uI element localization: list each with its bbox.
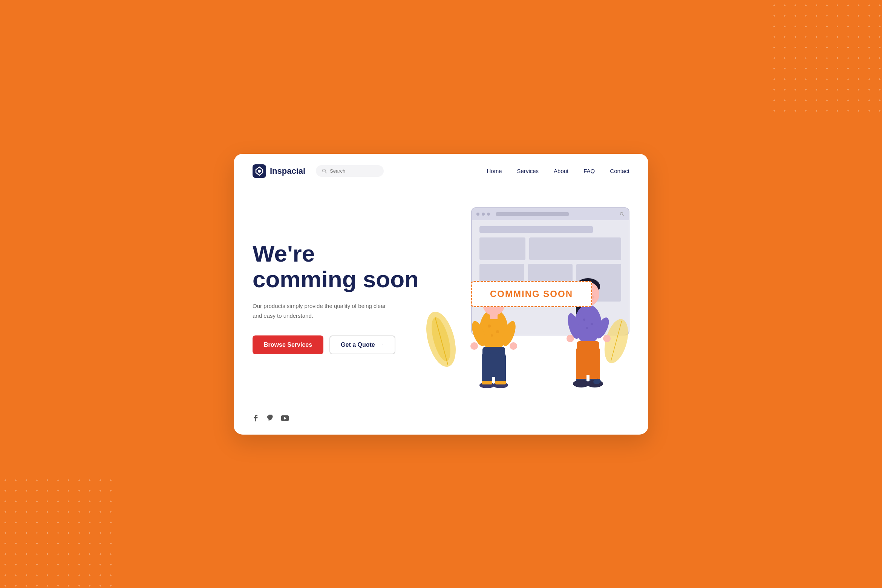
svg-point-24 [470,342,478,350]
nav-home[interactable]: Home [487,168,502,174]
logo[interactable]: Inspacial [253,164,305,178]
browse-services-button[interactable]: Browse Services [253,335,323,354]
headline: We're comming soon [253,241,433,292]
button-group: Browse Services Get a Quote → [253,335,433,354]
coming-soon-banner: COMMING SOON [471,281,592,307]
brand-name: Inspacial [270,166,305,176]
character-right [550,249,626,392]
svg-point-46 [567,335,574,342]
svg-point-41 [583,318,585,321]
search-input[interactable] [330,168,375,174]
main-card: Inspacial Home Services About FAQ Contac… [234,154,648,435]
svg-line-3 [325,172,327,173]
nav-links: Home Services About FAQ Contact [487,168,629,174]
nav-services[interactable]: Services [517,168,539,174]
svg-point-25 [510,342,517,350]
logo-icon [253,164,266,178]
svg-line-8 [623,214,624,216]
search-bar[interactable] [316,165,384,177]
browser-dot-3 [487,213,490,216]
browser-dot-2 [482,213,485,216]
browser-search-icon [620,212,624,216]
left-section: We're comming soon Our products simply p… [253,241,433,354]
right-section: COMMING SOON [433,204,629,392]
youtube-icon[interactable] [281,415,289,423]
svg-rect-32 [495,381,506,384]
nav-faq[interactable]: FAQ [583,168,595,174]
svg-rect-31 [482,381,492,384]
svg-point-12 [488,325,491,328]
footer-social [234,407,648,435]
subtext: Our products simply provide the quality … [253,301,388,320]
browser-bar [472,208,629,220]
main-content: We're comming soon Our products simply p… [234,188,648,407]
facebook-icon[interactable] [253,415,259,423]
svg-point-43 [586,327,588,329]
character-left [456,256,531,392]
nav-about[interactable]: About [554,168,568,174]
svg-point-13 [496,330,499,333]
arrow-icon: → [378,341,384,348]
coming-soon-text: COMMING SOON [490,289,573,299]
svg-point-47 [603,335,611,342]
svg-point-14 [491,334,493,337]
twitter-icon[interactable] [267,415,274,423]
nav-contact[interactable]: Contact [610,168,629,174]
svg-point-42 [591,323,593,325]
svg-rect-21 [490,314,498,319]
get-quote-button[interactable]: Get a Quote → [329,335,395,354]
browser-placeholder-1 [479,226,593,233]
navbar: Inspacial Home Services About FAQ Contac… [234,154,648,188]
svg-point-1 [258,170,261,173]
search-icon [322,168,327,173]
browser-dot-1 [476,213,479,216]
